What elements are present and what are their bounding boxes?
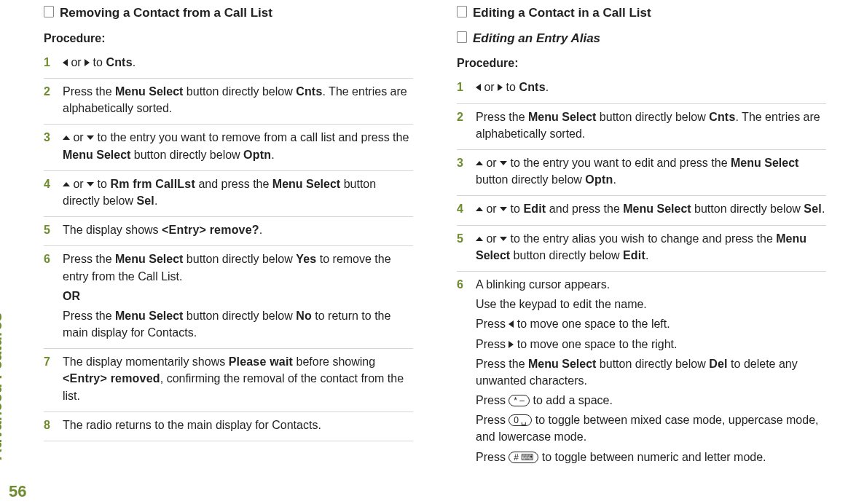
step-body: The display shows <Entry> remove?. xyxy=(63,221,413,241)
step-body: or to Edit and press the Menu Select but… xyxy=(476,200,826,220)
step-2: 2 Press the Menu Select button directly … xyxy=(44,78,413,124)
step-number: 3 xyxy=(44,129,54,165)
up-arrow-icon xyxy=(476,237,483,241)
text: and press the xyxy=(546,202,623,215)
text: button directly below xyxy=(476,173,585,186)
right-arrow-icon xyxy=(498,84,503,91)
down-arrow-icon xyxy=(87,182,94,186)
text: to xyxy=(507,202,523,215)
step-number: 6 xyxy=(457,276,467,468)
step-number: 6 xyxy=(44,251,54,344)
step-body: or to the entry you want to edit and pre… xyxy=(476,154,826,191)
left-arrow-icon xyxy=(476,84,481,91)
topic-marker-icon xyxy=(457,31,467,43)
up-arrow-icon xyxy=(476,207,483,211)
text: to move one space to the right. xyxy=(514,338,677,350)
display-sel: Sel xyxy=(804,202,822,215)
topic-marker-icon xyxy=(457,6,467,17)
text: button directly below xyxy=(510,249,623,261)
up-arrow-icon xyxy=(63,182,70,186)
text: to move one space to the left. xyxy=(514,318,670,330)
display-entry-removed: <Entry> removed xyxy=(63,372,160,385)
display-optn: Optn xyxy=(243,149,271,161)
key-star-icon: * – xyxy=(509,395,530,406)
period: . xyxy=(546,81,549,93)
step-number: 1 xyxy=(457,79,467,98)
step-body: or to the entry you want to remove from … xyxy=(63,129,413,165)
text: to add a space. xyxy=(530,394,613,406)
step-number: 2 xyxy=(44,83,54,119)
text-or: or xyxy=(73,131,83,143)
up-arrow-icon xyxy=(63,135,70,140)
display-optn: Optn xyxy=(585,173,613,186)
procedure-label: Procedure: xyxy=(44,30,413,47)
text: . xyxy=(613,173,616,186)
display-edit: Edit xyxy=(523,202,546,215)
display-cnts: Cnts xyxy=(519,81,545,93)
display-please-wait: Please wait xyxy=(229,355,293,368)
display-cnts: Cnts xyxy=(709,111,735,123)
text: button directly below xyxy=(183,253,296,265)
menu-select: Menu Select xyxy=(623,202,691,215)
right-subheading: Editing an Entry Alias xyxy=(457,30,826,48)
text: Press the xyxy=(63,253,115,265)
step-2: 2 Press the Menu Select button directly … xyxy=(457,103,826,149)
display-no: No xyxy=(296,310,312,322)
text-to: to xyxy=(506,81,516,93)
step-4: 4 or to Edit and press the Menu Select b… xyxy=(457,195,826,224)
page-number: 56 xyxy=(9,482,26,501)
step-1: 1 or to Cnts. xyxy=(44,50,413,78)
side-rail: Advanced Features 56 xyxy=(6,0,35,504)
text: Press xyxy=(476,414,509,426)
step-3: 3 or to the entry you want to remove fro… xyxy=(44,124,413,170)
step-body: The radio returns to the main display fo… xyxy=(63,417,413,436)
text: The radio returns to the main display fo… xyxy=(63,417,413,433)
text: button directly below xyxy=(130,149,243,161)
text: . xyxy=(822,202,825,215)
key-hash-icon: # ⌨ xyxy=(509,452,538,463)
text: and press the xyxy=(195,178,272,190)
step-3: 3 or to the entry you want to edit and p… xyxy=(457,149,826,195)
text: Press the xyxy=(63,85,115,98)
period: . xyxy=(133,56,136,68)
text: button directly below xyxy=(596,358,709,370)
text: Press the xyxy=(476,111,528,123)
menu-select: Menu Select xyxy=(731,157,798,169)
step-5: 5 The display shows <Entry> remove?. xyxy=(44,216,413,245)
text: . xyxy=(259,224,262,236)
step-body: A blinking cursor appears. Use the keypa… xyxy=(476,276,826,468)
text: button directly below xyxy=(183,85,296,98)
step-7: 7 The display momentarily shows Please w… xyxy=(44,348,413,412)
step-body: or to Cnts. xyxy=(476,79,826,98)
text: Press the xyxy=(476,358,528,370)
text-or: or xyxy=(71,56,81,68)
text-or: or xyxy=(486,157,496,169)
down-arrow-icon xyxy=(500,161,507,165)
step-6: 6 Press the Menu Select button directly … xyxy=(44,245,413,348)
text: Use the keypad to edit the name. xyxy=(476,296,826,312)
step-4: 4 or to Rm frm CallLst and press the Men… xyxy=(44,170,413,216)
menu-select: Menu Select xyxy=(63,149,130,161)
step-number: 1 xyxy=(44,54,54,74)
down-arrow-icon xyxy=(87,135,94,140)
display-rm: Rm frm CallLst xyxy=(110,178,195,190)
procedure-label: Procedure: xyxy=(457,55,826,71)
text: Press xyxy=(476,318,509,330)
text: The display shows xyxy=(63,224,162,236)
text: button directly below xyxy=(183,310,296,322)
key-zero-icon: 0 ␣ xyxy=(509,414,532,426)
menu-select: Menu Select xyxy=(115,85,183,98)
down-arrow-icon xyxy=(500,207,507,211)
right-heading-text: Editing a Contact in a Call List xyxy=(473,4,651,23)
text: Press xyxy=(476,394,509,406)
text-or: or xyxy=(486,232,496,245)
text: Press xyxy=(476,338,509,350)
right-column: Editing a Contact in a Call List Editing… xyxy=(457,0,826,504)
left-column: Removing a Contact from a Call List Proc… xyxy=(44,0,413,504)
step-number: 5 xyxy=(457,230,467,267)
right-heading: Editing a Contact in a Call List xyxy=(457,4,826,23)
text: before showing xyxy=(293,355,375,368)
side-label: Advanced Features xyxy=(0,312,6,460)
text: . xyxy=(645,249,648,261)
text: to the entry you want to remove from a c… xyxy=(94,131,409,143)
